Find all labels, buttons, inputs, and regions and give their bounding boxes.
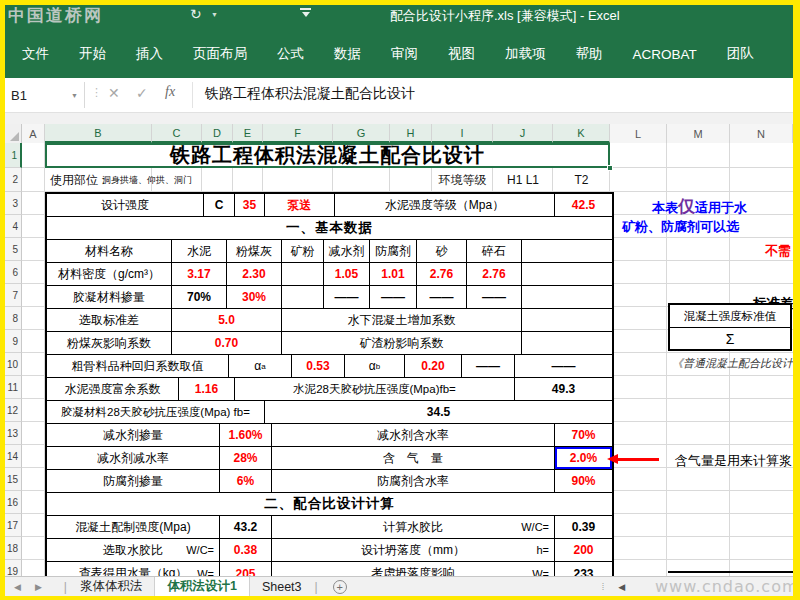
name-box[interactable]: B1 ▼ <box>5 82 85 108</box>
row-header-19[interactable]: 19 <box>5 560 22 576</box>
cell-density-label[interactable]: 材料密度（g/cm³） <box>47 263 172 286</box>
cell-empty[interactable] <box>522 263 612 286</box>
sheet-tab-1-active[interactable]: 体积法设计1 <box>154 577 249 597</box>
row-header-13[interactable]: 13 <box>5 422 22 445</box>
cell-reducer-dosage-label[interactable]: 减水剂掺量 <box>47 424 220 447</box>
cell-regression-label[interactable]: 粗骨料品种回归系数取值 <box>47 355 229 378</box>
cell-empty[interactable] <box>282 286 324 309</box>
redo-icon[interactable]: ↻ <box>190 6 202 22</box>
cell-dash[interactable]: —— <box>462 355 515 378</box>
cell-cement28-value[interactable]: 49.3 <box>515 378 612 401</box>
cell-h-slag[interactable]: 矿粉 <box>282 240 324 263</box>
cell-selected-wc-label[interactable]: 选取水胶比W/C= <box>47 539 220 562</box>
row-header-8[interactable]: 8 <box>5 307 22 330</box>
row-header-15[interactable]: 15 <box>5 468 22 491</box>
cell-slag-factor-value[interactable] <box>522 332 612 355</box>
row-header-10[interactable]: 10 <box>5 353 22 376</box>
cell-air-content-label[interactable]: 含 气 量 <box>272 447 555 470</box>
cell-env-value2[interactable]: T2 <box>553 168 610 192</box>
selected-cell-b1[interactable]: 铁路工程体积法混凝土配合比设计 <box>45 143 610 168</box>
cell-cement28-label[interactable]: 水泥28天胶砂抗压强度(Mpa)fb= <box>235 378 515 401</box>
cell-design-strength-label[interactable]: 设计强度 <box>47 194 204 217</box>
redo-dropdown-icon[interactable]: ▼ <box>211 11 218 18</box>
section-mix-calculation[interactable]: 二、配合比设计计算 <box>47 493 612 516</box>
cell-water-lookup-value[interactable]: 205 <box>220 562 272 576</box>
column-header-a[interactable]: A <box>22 124 45 143</box>
column-header-m[interactable]: M <box>667 124 730 143</box>
cell-dosage-cement[interactable]: 70% <box>172 286 227 309</box>
cell-density-anticorrosive[interactable]: 1.01 <box>370 263 417 286</box>
fill-handle[interactable] <box>607 165 613 171</box>
cell-h-reducer[interactable]: 减水剂 <box>324 240 370 263</box>
cell-density-flyash[interactable]: 2.30 <box>227 263 282 286</box>
row-header-6[interactable]: 6 <box>5 261 22 284</box>
row-header-5[interactable]: 5 <box>5 238 22 261</box>
row-header-7[interactable]: 7 <box>5 284 22 307</box>
cell-dash[interactable]: —— <box>515 355 612 378</box>
row-header-17[interactable]: 17 <box>5 514 22 537</box>
cell-dosage-flyash[interactable]: 30% <box>227 286 282 309</box>
cell-h-anticorrosive[interactable]: 防腐剂 <box>370 240 417 263</box>
cell-binder28-value[interactable]: 34.5 <box>265 401 612 424</box>
cell-water-reduction-label[interactable]: 减水剂减水率 <box>47 447 220 470</box>
cell-slump-label[interactable]: 设计坍落度（mm）h= <box>272 539 555 562</box>
column-header-f[interactable]: F <box>263 124 333 143</box>
cell-selected-wc-value[interactable]: 0.38 <box>220 539 272 562</box>
enter-icon[interactable]: ✓ <box>136 85 148 101</box>
ribbon-tab-插入[interactable]: 插入 <box>121 39 178 69</box>
row-header-11[interactable]: 11 <box>5 376 22 399</box>
cell-material-name[interactable]: 材料名称 <box>47 240 172 263</box>
cell-underwater-factor-value[interactable] <box>522 309 612 332</box>
cell-dash[interactable]: —— <box>370 286 417 309</box>
column-header-h[interactable]: H <box>390 124 432 143</box>
column-header-e[interactable]: E <box>233 124 263 143</box>
sheet-tab-0[interactable]: 浆体体积法 <box>68 577 155 597</box>
column-header-d[interactable]: D <box>202 124 233 143</box>
ribbon-tab-团队[interactable]: 团队 <box>712 39 769 69</box>
cell-slump-effect-value[interactable]: 233 <box>555 562 612 576</box>
cell-calc-wc-label[interactable]: 计算水胶比W/C= <box>272 516 555 539</box>
row-header-2[interactable]: 2 <box>5 168 22 192</box>
cell-grade-value[interactable]: 35 <box>235 194 265 217</box>
cell-dash[interactable]: —— <box>324 286 370 309</box>
cell-calc-wc-value[interactable]: 0.39 <box>555 516 612 539</box>
cell-pump[interactable]: 泵送 <box>265 194 335 217</box>
ribbon-tab-文件[interactable]: 文件 <box>7 39 64 69</box>
cell-anticorrosive-water-label[interactable]: 防腐剂含水率 <box>272 470 555 493</box>
cell-h-sand[interactable]: 砂 <box>417 240 467 263</box>
cell-grade-prefix[interactable]: C <box>204 194 235 217</box>
ribbon-tab-页面布局[interactable]: 页面布局 <box>178 39 262 69</box>
cell-prepared-strength-value[interactable]: 43.2 <box>220 516 272 539</box>
ribbon-tab-帮助[interactable]: 帮助 <box>561 39 618 69</box>
ribbon-tab-ACROBAT[interactable]: ACROBAT <box>618 41 712 68</box>
column-header-b[interactable]: B <box>45 124 152 143</box>
column-header-g[interactable]: G <box>333 124 390 143</box>
strength-standard-title[interactable]: 混凝土强度标准值 <box>670 305 790 328</box>
cell-h-cement[interactable]: 水泥 <box>172 240 227 263</box>
cell-density-sand[interactable]: 2.76 <box>417 263 467 286</box>
cell-binder28-label[interactable]: 胶凝材料28天胶砂抗压强度(Mpa) fb= <box>47 401 265 424</box>
formula-input[interactable]: 铁路工程体积法混凝土配合比设计 <box>205 85 415 103</box>
ribbon-tab-视图[interactable]: 视图 <box>433 39 490 69</box>
cell-anticorrosive-dosage-value[interactable]: 6% <box>220 470 272 493</box>
sheet-tab-2[interactable]: Sheet3 <box>250 577 314 597</box>
cancel-icon[interactable]: ✕ <box>108 85 120 101</box>
row-header-14[interactable]: 14 <box>5 445 22 468</box>
cell-flyash-factor-label[interactable]: 粉煤灰影响系数 <box>47 332 172 355</box>
cell-surplus-factor-label[interactable]: 水泥强度富余系数 <box>47 378 179 401</box>
cell-empty[interactable] <box>522 286 612 309</box>
cell-stddev-label[interactable]: 选取标准差 <box>47 309 172 332</box>
sheet-nav-left-icon[interactable]: ◀ <box>14 582 21 592</box>
section-basic-data[interactable]: 一、基本数据 <box>47 217 612 240</box>
row-header-12[interactable]: 12 <box>5 399 22 422</box>
ribbon-tab-数据[interactable]: 数据 <box>319 39 376 69</box>
cell-water-lookup-label[interactable]: 查表得用水量（kg）W= <box>47 562 220 576</box>
add-sheet-button[interactable]: + <box>333 580 347 594</box>
cell-prepared-strength-label[interactable]: 混凝土配制强度(Mpa) <box>47 516 220 539</box>
ribbon-tab-公式[interactable]: 公式 <box>262 39 319 69</box>
cell-anticorrosive-dosage-label[interactable]: 防腐剂掺量 <box>47 470 220 493</box>
cell-alpha-a-value[interactable]: 0.53 <box>292 355 345 378</box>
tab-scrollbar-splitter[interactable]: ⁞ <box>602 582 605 592</box>
cell-flyash-factor-value[interactable]: 0.70 <box>172 332 282 355</box>
sheet-nav-right-icon[interactable]: ▶ <box>35 582 42 592</box>
